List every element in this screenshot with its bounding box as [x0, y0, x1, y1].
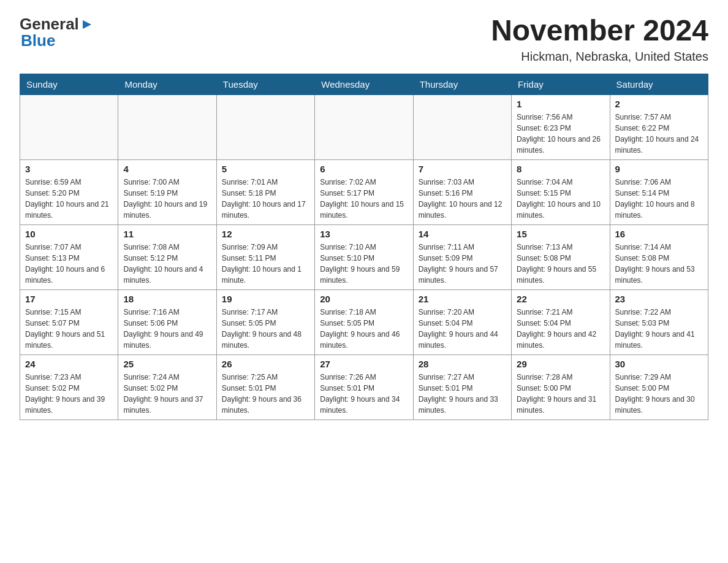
calendar-cell: 30Sunrise: 7:29 AMSunset: 5:00 PMDayligh…: [610, 354, 708, 419]
day-number: 11: [123, 229, 211, 239]
day-info: Sunrise: 7:22 AMSunset: 5:03 PMDaylight:…: [615, 307, 703, 351]
calendar-cell: 20Sunrise: 7:18 AMSunset: 5:05 PMDayligh…: [315, 289, 413, 354]
day-info: Sunrise: 7:26 AMSunset: 5:01 PMDaylight:…: [320, 372, 408, 416]
calendar-week-2: 3Sunrise: 6:59 AMSunset: 5:20 PMDaylight…: [20, 159, 708, 224]
day-info: Sunrise: 6:59 AMSunset: 5:20 PMDaylight:…: [25, 177, 113, 221]
calendar-cell: 24Sunrise: 7:23 AMSunset: 5:02 PMDayligh…: [20, 354, 118, 419]
day-number: 26: [222, 359, 309, 369]
day-number: 14: [419, 229, 506, 239]
calendar-cell: 28Sunrise: 7:27 AMSunset: 5:01 PMDayligh…: [413, 354, 511, 419]
day-number: 22: [517, 294, 604, 304]
day-number: 13: [320, 229, 408, 239]
calendar-cell: [216, 94, 314, 159]
calendar-cell: 22Sunrise: 7:21 AMSunset: 5:04 PMDayligh…: [512, 289, 610, 354]
calendar-cell: 15Sunrise: 7:13 AMSunset: 5:08 PMDayligh…: [512, 224, 610, 289]
day-number: 21: [419, 294, 506, 304]
weekday-header-sunday: Sunday: [20, 74, 118, 94]
day-info: Sunrise: 7:57 AMSunset: 6:22 PMDaylight:…: [615, 112, 703, 156]
day-number: 12: [222, 229, 309, 239]
day-number: 15: [517, 229, 604, 239]
day-number: 19: [222, 294, 309, 304]
day-number: 5: [222, 164, 309, 174]
day-info: Sunrise: 7:07 AMSunset: 5:13 PMDaylight:…: [25, 242, 113, 286]
day-info: Sunrise: 7:10 AMSunset: 5:10 PMDaylight:…: [320, 242, 408, 286]
calendar-cell: 17Sunrise: 7:15 AMSunset: 5:07 PMDayligh…: [20, 289, 118, 354]
day-number: 17: [25, 294, 113, 304]
weekday-header-saturday: Saturday: [610, 74, 708, 94]
calendar-cell: 27Sunrise: 7:26 AMSunset: 5:01 PMDayligh…: [315, 354, 413, 419]
calendar-title: November 2024: [491, 15, 708, 47]
day-number: 4: [123, 164, 211, 174]
day-number: 24: [25, 359, 113, 369]
calendar-cell: 10Sunrise: 7:07 AMSunset: 5:13 PMDayligh…: [20, 224, 118, 289]
calendar-cell: [118, 94, 216, 159]
day-info: Sunrise: 7:17 AMSunset: 5:05 PMDaylight:…: [222, 307, 309, 351]
day-info: Sunrise: 7:01 AMSunset: 5:18 PMDaylight:…: [222, 177, 309, 221]
day-info: Sunrise: 7:11 AMSunset: 5:09 PMDaylight:…: [419, 242, 506, 286]
day-info: Sunrise: 7:24 AMSunset: 5:02 PMDaylight:…: [123, 372, 211, 416]
calendar-body: 1Sunrise: 7:56 AMSunset: 6:23 PMDaylight…: [20, 94, 708, 419]
calendar-cell: 14Sunrise: 7:11 AMSunset: 5:09 PMDayligh…: [413, 224, 511, 289]
day-info: Sunrise: 7:29 AMSunset: 5:00 PMDaylight:…: [615, 372, 703, 416]
calendar-cell: 9Sunrise: 7:06 AMSunset: 5:14 PMDaylight…: [610, 159, 708, 224]
day-info: Sunrise: 7:09 AMSunset: 5:11 PMDaylight:…: [222, 242, 309, 286]
day-info: Sunrise: 7:23 AMSunset: 5:02 PMDaylight:…: [25, 372, 113, 416]
calendar-cell: 1Sunrise: 7:56 AMSunset: 6:23 PMDaylight…: [512, 94, 610, 159]
day-number: 7: [419, 164, 506, 174]
day-info: Sunrise: 7:14 AMSunset: 5:08 PMDaylight:…: [615, 242, 703, 286]
calendar-cell: 26Sunrise: 7:25 AMSunset: 5:01 PMDayligh…: [216, 354, 314, 419]
day-number: 28: [419, 359, 506, 369]
day-number: 25: [123, 359, 211, 369]
weekday-header-row: SundayMondayTuesdayWednesdayThursdayFrid…: [20, 74, 708, 94]
calendar-cell: [413, 94, 511, 159]
calendar-cell: 3Sunrise: 6:59 AMSunset: 5:20 PMDaylight…: [20, 159, 118, 224]
day-info: Sunrise: 7:56 AMSunset: 6:23 PMDaylight:…: [517, 112, 604, 156]
logo-blue-text: Blue: [21, 31, 55, 50]
logo-blue-line: Blue: [20, 31, 55, 50]
calendar-week-3: 10Sunrise: 7:07 AMSunset: 5:13 PMDayligh…: [20, 224, 708, 289]
day-info: Sunrise: 7:27 AMSunset: 5:01 PMDaylight:…: [419, 372, 506, 416]
calendar-cell: 8Sunrise: 7:04 AMSunset: 5:15 PMDaylight…: [512, 159, 610, 224]
day-number: 10: [25, 229, 113, 239]
day-info: Sunrise: 7:16 AMSunset: 5:06 PMDaylight:…: [123, 307, 211, 351]
calendar-cell: 19Sunrise: 7:17 AMSunset: 5:05 PMDayligh…: [216, 289, 314, 354]
day-number: 30: [615, 359, 703, 369]
calendar-cell: 25Sunrise: 7:24 AMSunset: 5:02 PMDayligh…: [118, 354, 216, 419]
calendar-week-5: 24Sunrise: 7:23 AMSunset: 5:02 PMDayligh…: [20, 354, 708, 419]
day-info: Sunrise: 7:25 AMSunset: 5:01 PMDaylight:…: [222, 372, 309, 416]
calendar-cell: 7Sunrise: 7:03 AMSunset: 5:16 PMDaylight…: [413, 159, 511, 224]
calendar-header: SundayMondayTuesdayWednesdayThursdayFrid…: [20, 74, 708, 94]
calendar-week-4: 17Sunrise: 7:15 AMSunset: 5:07 PMDayligh…: [20, 289, 708, 354]
day-info: Sunrise: 7:06 AMSunset: 5:14 PMDaylight:…: [615, 177, 703, 221]
calendar-cell: 23Sunrise: 7:22 AMSunset: 5:03 PMDayligh…: [610, 289, 708, 354]
day-info: Sunrise: 7:21 AMSunset: 5:04 PMDaylight:…: [517, 307, 604, 351]
day-number: 23: [615, 294, 703, 304]
day-info: Sunrise: 7:02 AMSunset: 5:17 PMDaylight:…: [320, 177, 408, 221]
calendar-cell: 29Sunrise: 7:28 AMSunset: 5:00 PMDayligh…: [512, 354, 610, 419]
title-block: November 2024 Hickman, Nebraska, United …: [491, 15, 708, 64]
day-number: 1: [517, 99, 604, 109]
day-number: 3: [25, 164, 113, 174]
calendar-cell: 4Sunrise: 7:00 AMSunset: 5:19 PMDaylight…: [118, 159, 216, 224]
calendar-subtitle: Hickman, Nebraska, United States: [491, 50, 708, 64]
svg-marker-0: [83, 20, 91, 29]
day-info: Sunrise: 7:13 AMSunset: 5:08 PMDaylight:…: [517, 242, 604, 286]
day-info: Sunrise: 7:20 AMSunset: 5:04 PMDaylight:…: [419, 307, 506, 351]
weekday-header-wednesday: Wednesday: [315, 74, 413, 94]
weekday-header-friday: Friday: [512, 74, 610, 94]
calendar-cell: 6Sunrise: 7:02 AMSunset: 5:17 PMDaylight…: [315, 159, 413, 224]
day-info: Sunrise: 7:15 AMSunset: 5:07 PMDaylight:…: [25, 307, 113, 351]
day-number: 6: [320, 164, 408, 174]
logo: General Blue: [20, 15, 94, 50]
calendar-cell: 13Sunrise: 7:10 AMSunset: 5:10 PMDayligh…: [315, 224, 413, 289]
calendar-table: SundayMondayTuesdayWednesdayThursdayFrid…: [20, 74, 708, 420]
calendar-cell: 2Sunrise: 7:57 AMSunset: 6:22 PMDaylight…: [610, 94, 708, 159]
calendar-cell: [315, 94, 413, 159]
day-info: Sunrise: 7:00 AMSunset: 5:19 PMDaylight:…: [123, 177, 211, 221]
day-number: 18: [123, 294, 211, 304]
calendar-cell: [20, 94, 118, 159]
day-number: 8: [517, 164, 604, 174]
calendar-cell: 12Sunrise: 7:09 AMSunset: 5:11 PMDayligh…: [216, 224, 314, 289]
day-number: 20: [320, 294, 408, 304]
page-header: General Blue November 2024 Hickman, Nebr…: [20, 15, 708, 64]
